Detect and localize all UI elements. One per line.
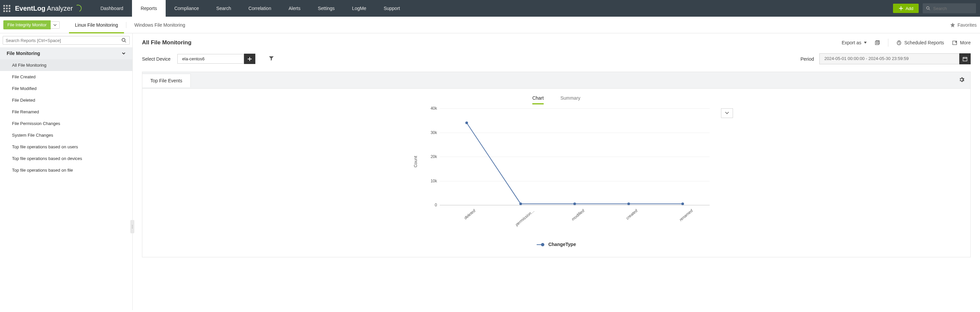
nav-item-support[interactable]: Support: [375, 0, 409, 17]
svg-point-0: [132, 225, 133, 226]
sidebar-group-file-monitoring[interactable]: File Monitoring: [0, 47, 132, 59]
export-settings-button[interactable]: [875, 40, 880, 45]
svg-point-1: [132, 226, 133, 227]
nav-item-settings[interactable]: Settings: [309, 0, 344, 17]
svg-point-11: [627, 202, 630, 205]
svg-rect-7: [963, 57, 967, 61]
sidebar-search[interactable]: [3, 36, 130, 45]
chevron-down-icon: [53, 24, 57, 26]
filter-button[interactable]: [269, 56, 274, 62]
subtab-windows-file-monitoring[interactable]: Windows File Monitoring: [128, 17, 191, 33]
top-file-events-panel: Top File Events Chart Summary Count 010k: [142, 72, 970, 257]
sidebar-collapse-handle[interactable]: [130, 220, 134, 233]
sidebar-item[interactable]: All File Monitoring: [0, 59, 132, 71]
y-tick: 20k: [431, 154, 437, 159]
sidebar-item[interactable]: File Modified: [0, 83, 132, 94]
device-label: Select Device: [142, 56, 171, 62]
sidebar-item[interactable]: File Permission Changes: [0, 118, 132, 129]
x-tick: renamed: [678, 209, 693, 222]
subtab-linux-file-monitoring[interactable]: Linux File Monitoring: [69, 17, 124, 33]
period-label: Period: [801, 56, 814, 62]
nav-item-compliance[interactable]: Compliance: [165, 0, 208, 17]
sidebar-search-input[interactable]: [6, 38, 121, 43]
main-content: All File Monitoring Export as Scheduled …: [133, 33, 980, 310]
x-tick: modified: [571, 209, 585, 222]
svg-rect-3: [875, 41, 879, 45]
gear-icon: [959, 77, 964, 82]
device-select[interactable]: ela-centos6: [177, 54, 244, 64]
sidebar-item[interactable]: File Renamed: [0, 106, 132, 118]
more-menu[interactable]: More: [952, 40, 970, 45]
plus-icon: [898, 6, 904, 11]
svg-point-4: [877, 42, 878, 44]
brand-arc-icon: [73, 4, 83, 13]
brand-logo: EventLog Analyzer: [13, 5, 92, 12]
global-search-input[interactable]: [933, 6, 973, 11]
nav-item-logme[interactable]: LogMe: [343, 0, 375, 17]
calendar-icon: [963, 56, 968, 62]
add-device-button[interactable]: [244, 54, 255, 64]
y-axis-label: Count: [413, 156, 418, 168]
nav-item-dashboard[interactable]: Dashboard: [92, 0, 132, 17]
global-search[interactable]: [923, 3, 976, 13]
sidebar-item[interactable]: File Created: [0, 71, 132, 83]
secondary-tab-strip: File Integrity Monitor Linux File Monito…: [0, 17, 980, 33]
chart-plot: Count 010k20k30k40k deletedpermission…mo…: [426, 108, 710, 215]
main-nav: DashboardReportsComplianceSearchCorrelat…: [92, 0, 409, 17]
calendar-button[interactable]: [959, 53, 970, 64]
nav-item-search[interactable]: Search: [208, 0, 240, 17]
svg-point-9: [519, 202, 522, 205]
page-title: All File Monitoring: [142, 39, 191, 46]
reports-sidebar: File Monitoring All File MonitoringFile …: [0, 33, 133, 310]
nav-item-reports[interactable]: Reports: [132, 0, 165, 17]
y-tick: 0: [435, 203, 437, 207]
period-input[interactable]: 2024-05-01 00:00:00 - 2024-05-30 23:59:5…: [819, 53, 959, 64]
svg-point-8: [465, 122, 468, 124]
brand-part1: EventLog: [15, 5, 45, 12]
chart-tab[interactable]: Chart: [532, 96, 544, 104]
line-series: [440, 108, 710, 205]
y-tick: 10k: [431, 179, 437, 183]
sidebar-item[interactable]: Top file operations based on devices: [0, 153, 132, 164]
nav-item-correlation[interactable]: Correlation: [240, 0, 280, 17]
sidebar-item[interactable]: Top file operations based on file: [0, 164, 132, 176]
handle-icon: [131, 224, 133, 229]
export-as-menu[interactable]: Export as: [842, 40, 867, 45]
clock-icon: [896, 40, 902, 45]
sidebar-item[interactable]: File Deleted: [0, 94, 132, 106]
fim-pill[interactable]: File Integrity Monitor: [3, 20, 51, 29]
sidebar-item[interactable]: Top file operations based on users: [0, 141, 132, 153]
nav-item-alerts[interactable]: Alerts: [280, 0, 309, 17]
x-tick: permission…: [514, 209, 535, 227]
favorites-link[interactable]: Favorites: [950, 22, 977, 28]
plus-icon: [247, 57, 252, 61]
fim-dropdown-toggle[interactable]: [51, 21, 60, 29]
svg-point-10: [573, 202, 576, 205]
scheduled-reports-link[interactable]: Scheduled Reports: [896, 40, 944, 45]
chevron-down-icon: [725, 111, 729, 115]
star-icon: [950, 22, 955, 28]
funnel-icon: [269, 56, 274, 61]
chart-options-toggle[interactable]: [721, 108, 733, 118]
legend-label: ChangeType: [548, 242, 576, 247]
app-launcher-icon[interactable]: [0, 5, 13, 12]
brand-part2: Analyzer: [45, 5, 73, 12]
svg-point-2: [132, 228, 133, 228]
summary-tab[interactable]: Summary: [560, 96, 580, 104]
search-icon: [926, 6, 931, 11]
chevron-down-icon: [122, 52, 126, 55]
svg-point-12: [681, 202, 684, 205]
sidebar-item[interactable]: System File Changes: [0, 129, 132, 141]
add-button[interactable]: Add: [893, 4, 919, 13]
x-tick: created: [625, 209, 638, 220]
search-icon: [121, 38, 127, 43]
export-gear-icon: [875, 40, 880, 45]
panel-settings-button[interactable]: [953, 77, 970, 83]
more-icon: [952, 40, 957, 45]
caret-down-icon: [864, 42, 867, 44]
y-tick: 40k: [431, 106, 437, 111]
y-tick: 30k: [431, 131, 437, 135]
x-tick: deleted: [463, 209, 476, 220]
panel-tab-top-file-events[interactable]: Top File Events: [142, 74, 191, 88]
chart-legend: ChangeType: [403, 242, 710, 247]
